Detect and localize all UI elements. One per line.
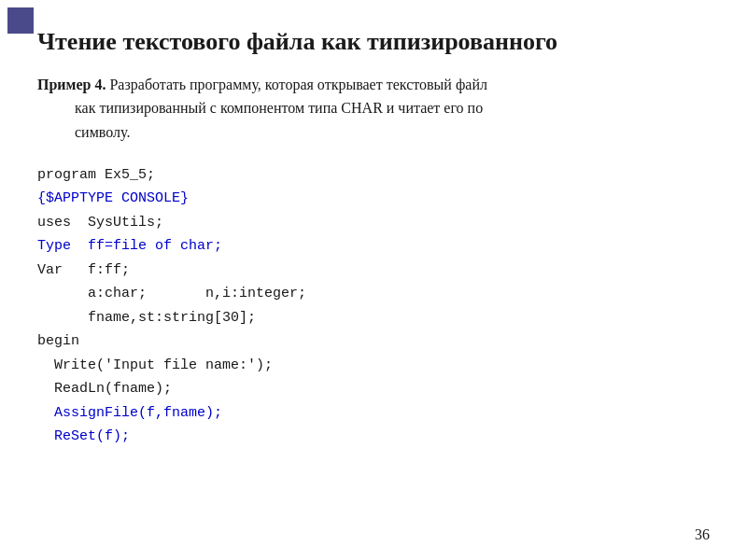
page-number: 36 [695, 526, 710, 543]
slide-title: Чтение текстового файла как типизированн… [37, 19, 710, 58]
description-text2: как типизированный с компонентом типа CH… [75, 96, 483, 120]
code-line-2: {$APPTYPE CONSOLE} [37, 187, 710, 211]
code-line-5: Var f:ff; [37, 259, 710, 283]
code-line-10: ReadLn(fname); [37, 377, 710, 401]
description-text3: символу. [75, 120, 130, 145]
code-line-3: uses SysUtils; [37, 211, 710, 235]
code-line-9: Write('Input file name:'); [37, 354, 710, 378]
code-line-12: ReSet(f); [37, 425, 710, 449]
example-label: Пример 4. [37, 77, 106, 92]
slide: Чтение текстового файла как типизированн… [0, 0, 747, 560]
corner-decoration [7, 7, 34, 34]
code-line-4: Type ff=file of char; [37, 234, 710, 259]
code-block: program Ex5_5; {$APPTYPE CONSOLE} uses S… [37, 163, 710, 449]
slide-description: Пример 4. Разработать программу, которая… [37, 73, 710, 145]
code-line-6: a:char; n,i:integer; [37, 282, 710, 306]
code-line-1: program Ex5_5; [37, 163, 710, 188]
code-line-7: fname,st:string[30]; [37, 306, 710, 330]
description-text1: Разработать программу, которая открывает… [109, 77, 486, 92]
code-line-11: AssignFile(f,fname); [37, 401, 710, 426]
code-line-8: begin [37, 329, 710, 354]
